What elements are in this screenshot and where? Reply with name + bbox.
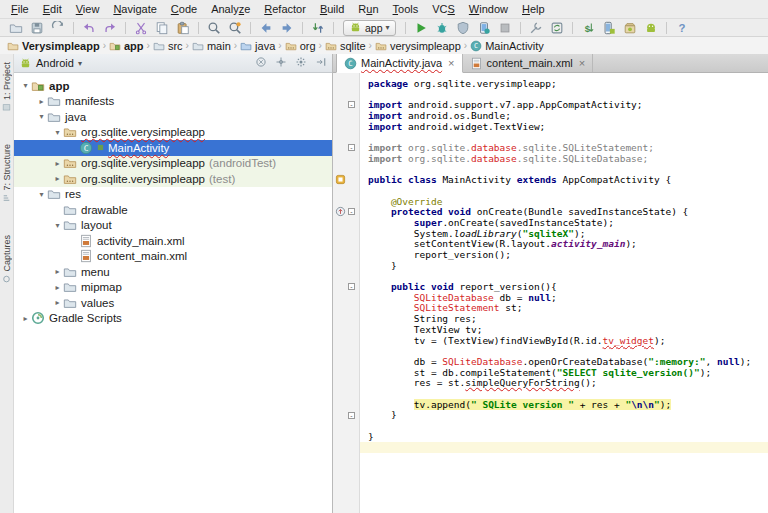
tree-item-menu[interactable]: ▸menu bbox=[14, 264, 332, 280]
tree-item-org-sqlite-verysimpleapp[interactable]: ▾org.sqlite.verysimpleapp bbox=[14, 125, 332, 141]
device-monitor-button[interactable] bbox=[641, 20, 661, 36]
breadcrumb-sqlite[interactable]: sqlite bbox=[324, 40, 367, 52]
fold-marker[interactable]: - bbox=[348, 101, 355, 108]
tree-item-mainactivity[interactable]: CMainActivity bbox=[14, 140, 332, 156]
collapse-all-button[interactable] bbox=[255, 56, 267, 70]
stop-button[interactable] bbox=[495, 20, 515, 36]
breadcrumb-separator-icon: › bbox=[369, 40, 372, 51]
code-editor[interactable]: package org.sqlite.verysimpleapp;import … bbox=[360, 73, 768, 513]
tool-tab-7-structure[interactable]: 7: Structure bbox=[2, 144, 12, 203]
menu-tools[interactable]: Tools bbox=[386, 2, 426, 16]
undo-button[interactable] bbox=[79, 20, 99, 36]
editor-tab-content-main-xml[interactable]: content_main.xml× bbox=[463, 54, 594, 72]
expanded-arrow-icon[interactable]: ▾ bbox=[52, 221, 63, 230]
menu-run[interactable]: Run bbox=[351, 2, 385, 16]
expanded-arrow-icon[interactable]: ▾ bbox=[36, 190, 47, 199]
copy-button[interactable] bbox=[152, 20, 172, 36]
tree-item-activity-main-xml[interactable]: activity_main.xml bbox=[14, 233, 332, 249]
menu-view[interactable]: View bbox=[69, 2, 107, 16]
debug-button[interactable] bbox=[432, 20, 452, 36]
tool-tab-1-project[interactable]: 1: Project bbox=[2, 62, 12, 112]
cut-button[interactable] bbox=[131, 20, 151, 36]
expanded-arrow-icon[interactable]: ▾ bbox=[20, 81, 31, 90]
menu-code[interactable]: Code bbox=[164, 2, 204, 16]
tree-item-mipmap[interactable]: ▸mipmap bbox=[14, 280, 332, 296]
redo-button[interactable] bbox=[100, 20, 120, 36]
menu-build[interactable]: Build bbox=[313, 2, 351, 16]
tree-item-layout[interactable]: ▾layout bbox=[14, 218, 332, 234]
tree-item-drawable[interactable]: drawable bbox=[14, 202, 332, 218]
sync-button[interactable] bbox=[48, 20, 68, 36]
breadcrumb-mainactivity[interactable]: CMainActivity bbox=[469, 40, 545, 52]
help-button[interactable]: ? bbox=[672, 20, 692, 36]
hide-button[interactable] bbox=[315, 56, 327, 70]
editor-tab-mainactivity-java[interactable]: CMainActivity.java× bbox=[336, 54, 463, 73]
breadcrumb-src[interactable]: src bbox=[152, 40, 184, 52]
collapsed-arrow-icon[interactable]: ▸ bbox=[52, 159, 63, 168]
fold-marker[interactable]: - bbox=[348, 144, 355, 151]
collapsed-arrow-icon[interactable]: ▸ bbox=[52, 283, 63, 292]
close-tab-icon[interactable]: × bbox=[448, 57, 454, 69]
sdk-manager-button[interactable] bbox=[620, 20, 640, 36]
forward-button[interactable] bbox=[277, 20, 297, 36]
replace-button[interactable] bbox=[225, 20, 245, 36]
expanded-arrow-icon[interactable]: ▾ bbox=[52, 128, 63, 137]
breadcrumb-verysimpleapp[interactable]: Verysimpleapp bbox=[6, 40, 101, 52]
fold-marker[interactable]: - bbox=[348, 283, 355, 290]
tree-item-java[interactable]: ▾java bbox=[14, 109, 332, 125]
coverage-button[interactable] bbox=[453, 20, 473, 36]
menu-analyze[interactable]: Analyze bbox=[204, 2, 257, 16]
folder-icon bbox=[47, 94, 61, 108]
paste-button[interactable] bbox=[173, 20, 193, 36]
menu-file[interactable]: File bbox=[4, 2, 36, 16]
expanded-arrow-icon[interactable]: ▾ bbox=[36, 112, 47, 121]
find-button[interactable] bbox=[204, 20, 224, 36]
menu-help[interactable]: Help bbox=[515, 2, 552, 16]
menu-window[interactable]: Window bbox=[462, 2, 515, 16]
tree-item-content-main-xml[interactable]: content_main.xml bbox=[14, 249, 332, 265]
close-tab-icon[interactable]: × bbox=[579, 57, 585, 69]
fold-marker[interactable]: - bbox=[348, 412, 355, 419]
tree-item-values[interactable]: ▸values bbox=[14, 295, 332, 311]
tree-item-org-sqlite-verysimpleapp-test[interactable]: ▸org.sqlite.verysimpleapp(test) bbox=[14, 171, 332, 187]
breadcrumb-java[interactable]: java bbox=[239, 40, 276, 52]
collapsed-arrow-icon[interactable]: ▸ bbox=[36, 97, 47, 106]
xml-icon bbox=[470, 57, 483, 70]
menu-navigate[interactable]: Navigate bbox=[106, 2, 163, 16]
project-view-selector[interactable]: Android bbox=[36, 57, 74, 69]
breadcrumb-main[interactable]: main bbox=[191, 40, 232, 52]
tree-item-res[interactable]: ▾res bbox=[14, 187, 332, 203]
overriding-method-gutter-icon[interactable] bbox=[335, 206, 346, 217]
make-project-button[interactable] bbox=[308, 20, 328, 36]
menu-refactor[interactable]: Refactor bbox=[257, 2, 313, 16]
attach-debugger-button[interactable] bbox=[474, 20, 494, 36]
tree-item-org-sqlite-verysimpleapp-androidtest[interactable]: ▸org.sqlite.verysimpleapp(androidTest) bbox=[14, 156, 332, 172]
sync-project-button[interactable] bbox=[547, 20, 567, 36]
project-structure-button[interactable] bbox=[526, 20, 546, 36]
tree-item-gradle-scripts[interactable]: ▸Gradle Scripts bbox=[14, 311, 332, 327]
tool-tab-captures[interactable]: Captures bbox=[2, 235, 12, 284]
menu-edit[interactable]: Edit bbox=[36, 2, 69, 16]
tree-item-manifests[interactable]: ▸manifests bbox=[14, 94, 332, 110]
breadcrumb-app[interactable]: app bbox=[108, 40, 145, 52]
save-all-button[interactable] bbox=[27, 20, 47, 36]
locate-button[interactable] bbox=[275, 56, 287, 70]
related-files-gutter-icon[interactable] bbox=[335, 174, 346, 185]
collapsed-arrow-icon[interactable]: ▸ bbox=[20, 314, 31, 323]
avd-manager-button[interactable] bbox=[599, 20, 619, 36]
open-button[interactable] bbox=[6, 20, 26, 36]
settings-button[interactable] bbox=[295, 56, 307, 70]
menu-vcs[interactable]: VCS bbox=[425, 2, 462, 16]
collapsed-arrow-icon[interactable]: ▸ bbox=[52, 298, 63, 307]
breadcrumb-verysimpleapp[interactable]: verysimpleapp bbox=[374, 40, 462, 52]
run-configuration-dropdown[interactable]: app▾ bbox=[343, 20, 396, 36]
code-line: import android.widget.TextView; bbox=[368, 122, 768, 133]
collapsed-arrow-icon[interactable]: ▸ bbox=[52, 267, 63, 276]
fold-marker[interactable]: - bbox=[348, 208, 355, 215]
back-button[interactable] bbox=[256, 20, 276, 36]
tree-item-app[interactable]: ▾app bbox=[14, 78, 332, 94]
run-button[interactable] bbox=[411, 20, 431, 36]
breadcrumb-org[interactable]: org bbox=[284, 40, 317, 52]
sync-gradle-files-button[interactable]: $ bbox=[578, 20, 598, 36]
collapsed-arrow-icon[interactable]: ▸ bbox=[52, 174, 63, 183]
